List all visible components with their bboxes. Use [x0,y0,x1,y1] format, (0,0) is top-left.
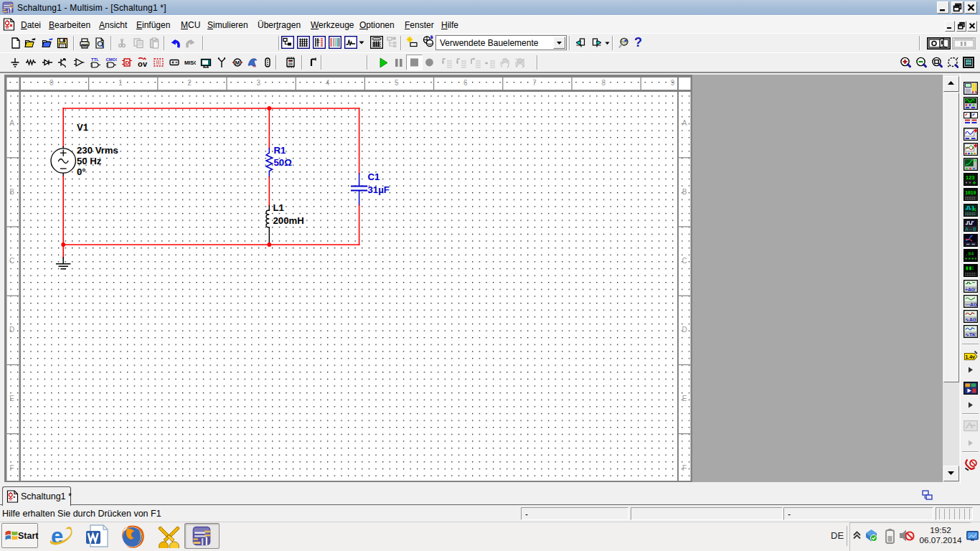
svg-text:230 Vrms: 230 Vrms [77,145,118,156]
svg-text:8: 8 [602,79,606,87]
svg-text:1010: 1010 [965,191,976,196]
svg-text:C: C [9,257,14,265]
svg-text:1.4v: 1.4v [966,354,975,359]
svg-text:F: F [9,464,14,472]
svg-text:∿AG: ∿AG [965,317,976,322]
svg-text:e: e [51,524,63,549]
svg-text:D: D [682,326,687,334]
svg-text:o: o [138,60,143,68]
svg-text:V1: V1 [77,122,88,133]
svg-text:D: D [126,60,130,66]
svg-text:B: B [9,188,14,196]
svg-text:0: 0 [50,79,54,87]
svg-text:R1: R1 [274,145,286,156]
svg-text:D: D [9,326,14,334]
svg-text:6: 6 [463,79,468,87]
svg-text:CMOS: CMOS [106,57,118,62]
svg-text:5: 5 [395,79,399,87]
svg-text:F: F [682,464,687,472]
svg-text:∿TK: ∿TK [965,332,976,337]
svg-text:1: 1 [118,79,123,87]
svg-text:TTL: TTL [91,57,99,62]
svg-text:9: 9 [671,79,675,87]
svg-text:50Ω: 50Ω [274,157,293,168]
svg-text:C: C [682,257,687,265]
svg-text:C1: C1 [368,171,380,182]
svg-text:E: E [9,395,14,402]
svg-text:v: v [143,60,148,68]
svg-text:E: E [682,395,687,402]
svg-text:7: 7 [532,79,537,87]
svg-text:123: 123 [966,175,975,181]
svg-text:A⇔B: A⇔B [966,226,976,231]
svg-text:200mH: 200mH [273,215,304,226]
svg-text:2: 2 [187,79,192,87]
svg-text:3: 3 [257,79,261,87]
svg-text:4: 4 [326,79,330,87]
svg-text:31µF: 31µF [368,184,390,195]
svg-text:01: 01 [972,207,976,212]
svg-text:L1: L1 [273,202,284,213]
svg-text:ni: ni [253,64,256,68]
svg-text:B: B [682,188,687,196]
svg-text:0°: 0° [77,166,86,177]
svg-text:A: A [9,119,14,127]
svg-text:A: A [682,119,687,127]
svg-text:.04: .04 [966,252,974,257]
svg-text:⋯AG: ⋯AG [965,302,977,307]
svg-text:50 Hz: 50 Hz [77,156,102,166]
svg-text:M: M [235,60,240,66]
svg-text:MISC: MISC [184,60,196,66]
svg-text:÷AG: ÷AG [965,287,975,292]
